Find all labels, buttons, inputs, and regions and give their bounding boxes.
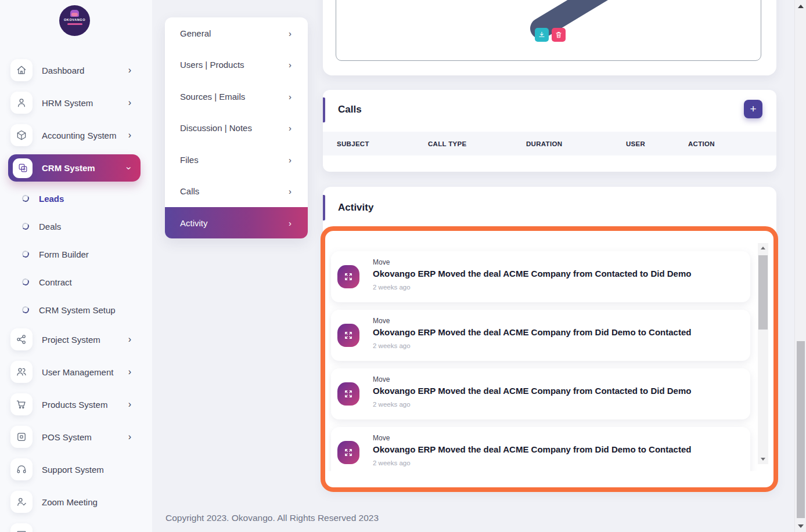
sidebar-item-project-system[interactable]: Project System ›: [10, 327, 142, 352]
pos-icon: [10, 426, 33, 448]
chevron-right-icon: ›: [128, 98, 131, 107]
scrollbar-thumb[interactable]: [758, 255, 768, 330]
menu-item-label: General: [180, 28, 211, 38]
add-call-button[interactable]: +: [744, 100, 762, 118]
sidebar-subitem-crm-system-setup[interactable]: CRM System Setup: [22, 300, 116, 320]
lead-menu-item-files[interactable]: Files ›: [165, 144, 308, 175]
menu-item-label: Calls: [180, 186, 199, 196]
brand-logo[interactable]: OKOVANGO: [59, 5, 90, 36]
page-scrollbar[interactable]: [794, 0, 806, 532]
activity-list-item[interactable]: Move Okovango ERP Moved the deal ACME Co…: [331, 368, 750, 419]
scroll-up-button[interactable]: [758, 243, 768, 253]
sidebar-item-label: Support System: [42, 465, 104, 475]
sidebar-item-crm-system[interactable]: CRM System ›: [8, 154, 141, 182]
column-header-subject: SUBJECT: [337, 132, 369, 155]
sidebar-item-support-system[interactable]: Support System: [10, 457, 142, 482]
bullet-icon: [21, 278, 30, 286]
activity-scrollbar[interactable]: [758, 243, 768, 464]
lead-menu-item-users-products[interactable]: Users | Products ›: [165, 49, 308, 80]
sidebar-subitem-leads[interactable]: Leads: [22, 189, 64, 208]
lead-menu-item-discussion-notes[interactable]: Discussion | Notes ›: [165, 112, 308, 143]
chevron-right-icon: ›: [289, 187, 292, 196]
activity-text: Okovango ERP Moved the deal ACME Company…: [373, 327, 691, 337]
user-icon: [10, 92, 33, 114]
bullet-icon: [21, 250, 30, 258]
scroll-down-button[interactable]: [795, 521, 806, 531]
plus-icon: +: [750, 103, 756, 115]
download-icon: [538, 31, 546, 39]
sidebar-subitem-contract[interactable]: Contract: [22, 272, 72, 292]
activity-type: Move: [373, 258, 390, 266]
footer-copyright: Copyright 2023. Okovango. All Rights Res…: [165, 513, 379, 523]
menu-item-label: Users | Products: [180, 60, 244, 70]
sidebar-item-label: POS System: [42, 432, 92, 442]
chevron-down-icon: ›: [124, 167, 133, 169]
calls-section-title: Calls: [338, 104, 362, 115]
headset-icon: [10, 458, 33, 480]
activity-list-item[interactable]: Move Okovango ERP Moved the deal ACME Co…: [331, 427, 750, 471]
chevron-right-icon: ›: [128, 131, 131, 140]
column-header-user: USER: [626, 132, 645, 155]
lead-section-menu: General › Users | Products › Sources | E…: [165, 17, 308, 238]
column-header-duration: DURATION: [526, 132, 562, 155]
calls-table-header: SUBJECT CALL TYPE DURATION USER ACTION: [323, 132, 776, 155]
bullet-icon: [21, 222, 30, 230]
sidebar-item-hrm-system[interactable]: HRM System ›: [10, 90, 142, 115]
sidebar-item-products-system[interactable]: Products System ›: [10, 392, 142, 417]
sidebar-item-label: HRM System: [42, 98, 93, 108]
sidebar-item-dashboard[interactable]: Dashboard ›: [10, 57, 142, 83]
chevron-right-icon: ›: [289, 219, 292, 227]
chevron-right-icon: ›: [289, 124, 292, 132]
users-icon: [10, 361, 33, 383]
activity-text: Okovango ERP Moved the deal ACME Company…: [373, 269, 691, 278]
subitem-label: Deals: [39, 222, 61, 231]
activity-text: Okovango ERP Moved the deal ACME Company…: [373, 444, 691, 454]
subitem-label: Leads: [39, 194, 64, 204]
chevron-right-icon: ›: [289, 92, 292, 101]
sidebar-item-pos-system[interactable]: POS System ›: [10, 424, 142, 450]
scroll-down-button[interactable]: [758, 454, 768, 464]
activity-list-item[interactable]: Move Okovango ERP Moved the deal ACME Co…: [331, 310, 750, 361]
home-icon: [10, 59, 33, 81]
sidebar-item-messenger[interactable]: Messenger: [10, 522, 142, 532]
activity-timestamp: 2 weeks ago: [373, 284, 411, 291]
triangle-down-icon: [761, 458, 765, 461]
move-arrows-icon: [337, 324, 359, 347]
delete-button[interactable]: [552, 28, 566, 42]
column-header-call-type: CALL TYPE: [428, 132, 466, 155]
section-accent-bar: [323, 195, 325, 220]
user-check-icon: [10, 491, 33, 513]
scrollbar-thumb[interactable]: [797, 341, 805, 518]
sidebar-item-label: User Management: [42, 367, 113, 377]
lead-menu-item-general[interactable]: General ›: [165, 17, 308, 49]
bullet-icon: [21, 306, 30, 314]
sidebar-item-label: Products System: [42, 400, 107, 410]
subitem-label: Form Builder: [39, 249, 89, 259]
logo-tagline: [67, 23, 82, 25]
download-button[interactable]: [535, 28, 549, 42]
lead-menu-item-activity[interactable]: Activity ›: [165, 207, 308, 238]
attachment-card: [323, 0, 776, 75]
signature-preview-box: [336, 0, 761, 61]
sidebar-item-zoom-meeting[interactable]: Zoom Meeting: [10, 489, 142, 515]
bullet-icon: [21, 194, 30, 202]
cube-icon: [10, 124, 33, 146]
move-arrows-icon: [337, 382, 359, 406]
activity-list-item[interactable]: Move Okovango ERP Moved the deal ACME Co…: [331, 251, 750, 302]
menu-item-label: Activity: [180, 218, 208, 228]
sidebar-subitem-deals[interactable]: Deals: [22, 216, 61, 236]
chevron-right-icon: ›: [128, 335, 131, 344]
activity-timestamp: 2 weeks ago: [373, 459, 411, 466]
triangle-up-icon: [761, 247, 765, 249]
lead-menu-item-sources-emails[interactable]: Sources | Emails ›: [165, 81, 308, 112]
scroll-up-button[interactable]: [795, 1, 806, 11]
menu-item-label: Sources | Emails: [180, 92, 245, 102]
sidebar-item-accounting-system[interactable]: Accounting System ›: [10, 122, 142, 148]
sidebar-item-label: Project System: [42, 335, 100, 345]
activity-type: Move: [373, 317, 390, 325]
sidebar-subitem-form-builder[interactable]: Form Builder: [22, 244, 89, 264]
sidebar-item-user-management[interactable]: User Management ›: [10, 359, 142, 385]
lead-menu-item-calls[interactable]: Calls ›: [165, 175, 308, 207]
logo-text: OKOVANGO: [59, 18, 90, 22]
chevron-right-icon: ›: [128, 66, 131, 75]
